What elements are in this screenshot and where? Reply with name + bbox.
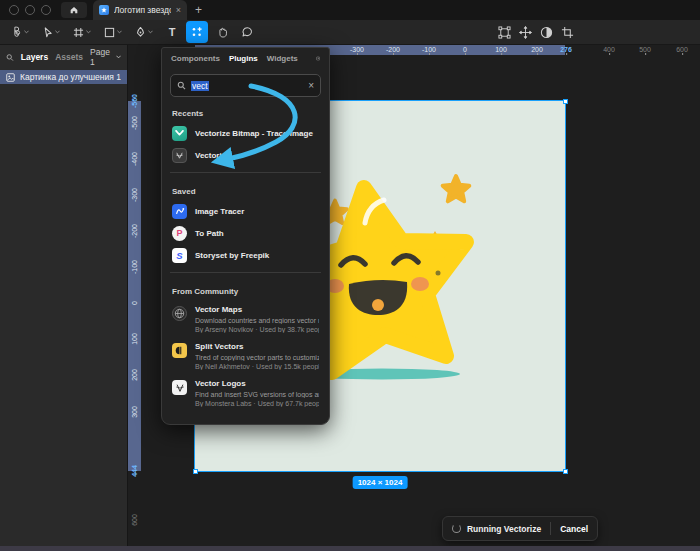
ruler-tick: -400 (131, 152, 138, 166)
ruler-tick: 0 (463, 44, 467, 55)
home-icon (69, 5, 79, 15)
tab-layers[interactable]: Layers (21, 52, 48, 62)
text-tool-icon: T (169, 26, 176, 38)
new-tab-button[interactable]: + (195, 3, 202, 17)
home-tab[interactable] (61, 2, 87, 18)
plugin-running-toast: Running Vectorize Cancel (442, 516, 598, 541)
selection-handle-bottom-left[interactable] (193, 469, 198, 474)
community-item-vector-maps[interactable]: Vector Maps Download countries and regio… (162, 300, 329, 337)
plugin-item-image-tracer[interactable]: Image Tracer (162, 200, 329, 222)
tab-assets[interactable]: Assets (55, 52, 83, 62)
community-item-vector-logos[interactable]: Vector Logos Find and insert SVG version… (162, 374, 329, 411)
decor-star-icon (443, 176, 470, 201)
community-item-split-vectors[interactable]: Split Vectors Tired of copying vector pa… (162, 337, 329, 374)
main-menu-button[interactable] (6, 21, 34, 43)
rectangle-icon (104, 27, 115, 38)
community-plugin-name: Vector Logos (195, 379, 319, 388)
plugin-name: To Path (195, 229, 224, 238)
panel-tab-plugins[interactable]: Plugins (229, 54, 258, 63)
star-tongue-dot (372, 299, 384, 311)
section-saved: Saved (162, 179, 329, 200)
divider (170, 172, 321, 173)
community-plugin-byline: By Arseny Novikov · Used by 38.7k people (195, 326, 319, 333)
window-controls (9, 5, 51, 15)
ruler-tick: -300 (131, 188, 138, 202)
panel-tab-components[interactable]: Components (171, 54, 220, 63)
ruler-tick: -200 (386, 44, 400, 55)
file-tab-active[interactable]: Логотип звездочка × (93, 0, 187, 20)
toast-status: Running Vectorize (467, 524, 541, 534)
frame-icon (73, 27, 84, 38)
plugin-name: Storyset by Freepik (195, 251, 269, 260)
community-plugin-name: Split Vectors (195, 342, 319, 351)
chevron-down-icon (117, 30, 122, 34)
plugin-item-to-path[interactable]: P To Path (162, 222, 329, 244)
clear-search-icon[interactable]: × (308, 80, 314, 91)
chevron-down-icon (148, 30, 153, 34)
search-icon (177, 81, 186, 90)
cancel-button[interactable]: Cancel (560, 524, 588, 534)
plugin-item-vectorize-bitmap[interactable]: Vectorize Bitmap - Trace Image (162, 122, 329, 144)
contrast-icon[interactable] (540, 26, 553, 39)
left-sidebar: Layers Assets Page 1 Картинка до улучшен… (0, 44, 128, 551)
divider (550, 522, 551, 535)
plugin-item-storyset[interactable]: S Storyset by Freepik (162, 244, 329, 266)
page-selector[interactable]: Page 1 (90, 47, 121, 67)
community-plugin-desc: Find and insert SVG versions of logos an… (195, 391, 319, 398)
selection-handle-top-right[interactable] (563, 99, 568, 104)
window-minimize-button[interactable] (25, 5, 35, 15)
spinner-icon (452, 524, 461, 533)
section-from-community: From Community (162, 279, 329, 300)
window-zoom-button[interactable] (41, 5, 51, 15)
close-tab-icon[interactable]: × (176, 5, 181, 15)
ruler-tick: -100 (422, 44, 436, 55)
ruler-tick: 276 (560, 44, 572, 55)
selection-size-badge: 1024 × 1024 (353, 476, 408, 489)
panel-tab-widgets[interactable]: Widgets (267, 54, 298, 63)
vector-logos-icon (172, 380, 187, 395)
selection-handle-bottom-right[interactable] (563, 469, 568, 474)
text-tool-button[interactable]: T (161, 21, 183, 43)
reposition-arrows-icon[interactable] (519, 26, 532, 39)
crop-icon[interactable] (561, 26, 574, 39)
ruler-tick: -200 (131, 224, 138, 238)
file-tab-title: Логотип звездочка (114, 5, 171, 15)
ruler-tick: 600 (131, 514, 138, 526)
ruler-tick: 444 (131, 465, 138, 477)
panel-tabs: Components Plugins Widgets (162, 48, 329, 69)
file-thumbnail-icon (99, 5, 109, 15)
pen-icon (135, 26, 146, 38)
ruler-tick: 100 (131, 333, 138, 345)
window-bottom-edge (0, 546, 700, 551)
ruler-tick: 200 (531, 44, 543, 55)
selection-bounds-icon[interactable] (498, 26, 511, 39)
ruler-tick: -100 (131, 260, 138, 274)
search-icon[interactable] (6, 53, 14, 62)
star-right-cheek (411, 277, 429, 291)
layer-row-selected[interactable]: Картинка до улучшения 1 (0, 70, 127, 84)
layer-name: Картинка до улучшения 1 (20, 72, 121, 82)
search-input[interactable]: vect × (170, 74, 321, 97)
community-plugin-name: Vector Maps (195, 305, 319, 314)
shape-tool-button[interactable] (99, 21, 127, 43)
comment-tool-button[interactable] (236, 21, 258, 43)
toolbar: T (0, 20, 700, 45)
frame-tool-button[interactable] (68, 21, 96, 43)
ruler-tick: 500 (639, 44, 651, 55)
hand-tool-button[interactable] (211, 21, 233, 43)
ruler-tick: 600 (676, 44, 688, 55)
comment-bubble-icon (241, 26, 253, 38)
vectorize-icon (172, 148, 187, 163)
plugin-name: Vectorize Bitmap - Trace Image (195, 129, 313, 138)
window-close-button[interactable] (9, 5, 19, 15)
figma-app-window: -300-200-1000100200276400500600 -560-500… (0, 0, 700, 551)
resources-panel: Components Plugins Widgets vect × Recent… (161, 47, 330, 425)
pen-tool-button[interactable] (130, 21, 158, 43)
move-tool-button[interactable] (37, 21, 65, 43)
ruler-tick: -500 (131, 116, 138, 130)
resources-tool-button-active[interactable] (186, 21, 208, 43)
plugin-name: Vectorize (195, 151, 230, 160)
open-in-new-window-icon[interactable] (316, 53, 320, 64)
window-tab-bar: Логотип звездочка × + (0, 0, 700, 20)
plugin-item-vectorize[interactable]: Vectorize (162, 144, 329, 166)
